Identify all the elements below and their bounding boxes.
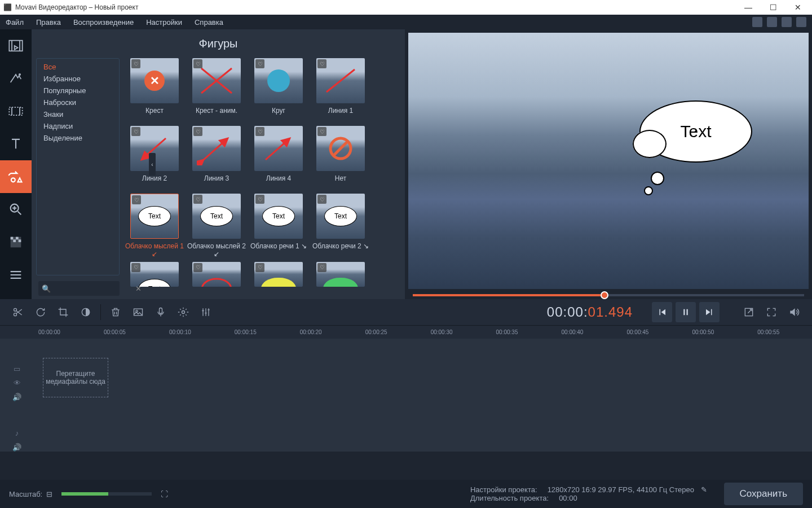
sidebar-more[interactable] bbox=[0, 259, 32, 291]
color-button[interactable] bbox=[76, 302, 96, 322]
ruler-tick: 00:00:55 bbox=[757, 329, 779, 335]
ruler-tick: 00:00:00 bbox=[38, 329, 60, 335]
share-ok-icon[interactable] bbox=[767, 17, 777, 27]
shape-label: Линия 4 bbox=[266, 174, 291, 190]
shape-item[interactable]: ♡TextОблачко мыслей 2 ↙ bbox=[187, 194, 246, 259]
media-drop-zone[interactable]: Перетащите медиафайлы сюда bbox=[43, 358, 108, 397]
shape-item[interactable]: ♡✕Крест bbox=[125, 58, 184, 122]
mic-button[interactable] bbox=[151, 302, 171, 322]
shape-item[interactable]: ♡Линия 3 bbox=[187, 126, 246, 190]
search-input[interactable] bbox=[51, 284, 135, 292]
visibility-icon[interactable]: 👁 bbox=[0, 379, 34, 387]
search-box[interactable]: 🔍 ✕ bbox=[38, 281, 120, 296]
edit-settings-icon[interactable]: ✎ bbox=[701, 485, 707, 494]
shape-item[interactable]: ♡TextОблачко речи 2 ↘ bbox=[311, 194, 370, 259]
favorite-icon[interactable]: ♡ bbox=[317, 127, 326, 136]
favorite-icon[interactable]: ♡ bbox=[131, 263, 140, 272]
shape-item[interactable]: ♡Нет bbox=[311, 126, 370, 190]
category-highlight[interactable]: Выделение bbox=[43, 132, 119, 144]
favorite-icon[interactable]: ♡ bbox=[255, 127, 264, 136]
sidebar-filters[interactable] bbox=[0, 62, 32, 95]
save-button[interactable]: Сохранить bbox=[724, 483, 803, 505]
cut-button[interactable] bbox=[8, 302, 28, 322]
menu-help[interactable]: Справка bbox=[195, 18, 223, 27]
video-preview[interactable]: Text bbox=[408, 33, 809, 289]
shape-item[interactable]: ♡Круг bbox=[249, 58, 308, 122]
sidebar-zoom[interactable] bbox=[0, 193, 32, 226]
menu-edit[interactable]: Правка bbox=[36, 18, 61, 27]
shape-item[interactable]: ♡ bbox=[249, 262, 308, 299]
minimize-button[interactable]: — bbox=[741, 3, 756, 12]
shape-item[interactable]: ♡TextОблачко мыслей 1 ↙ bbox=[125, 194, 184, 259]
favorite-icon[interactable]: ♡ bbox=[132, 195, 141, 204]
thought-bubble-overlay[interactable]: Text bbox=[639, 100, 764, 185]
favorite-icon[interactable]: ♡ bbox=[255, 59, 264, 68]
audio-track-icon[interactable]: 🔊 bbox=[0, 393, 34, 401]
detach-button[interactable] bbox=[739, 302, 759, 322]
favorite-icon[interactable]: ♡ bbox=[317, 195, 326, 204]
favorite-icon[interactable]: ♡ bbox=[317, 59, 326, 68]
share-vk-icon[interactable] bbox=[782, 17, 792, 27]
share-more-icon[interactable] bbox=[796, 17, 806, 27]
volume-button[interactable] bbox=[784, 302, 804, 322]
sidebar-transitions[interactable] bbox=[0, 95, 32, 128]
category-favorites[interactable]: Избранное bbox=[43, 73, 119, 85]
category-captions[interactable]: Надписи bbox=[43, 120, 119, 132]
rotate-button[interactable] bbox=[30, 302, 51, 322]
picture-button[interactable] bbox=[128, 302, 148, 322]
sidebar-shapes[interactable] bbox=[0, 160, 32, 193]
timeline-area[interactable]: ▭ 👁 🔊 ♪ 🔊 Перетащите медиафайлы сюда bbox=[0, 339, 812, 452]
collapse-chevron[interactable]: ‹ bbox=[149, 153, 156, 176]
prev-button[interactable] bbox=[652, 302, 672, 322]
shape-item[interactable]: ♡TextОблачко речи 1 ↘ bbox=[249, 194, 308, 259]
menu-playback[interactable]: Воспроизведение bbox=[73, 18, 134, 27]
fullscreen-button[interactable] bbox=[761, 302, 782, 322]
track-audio-icon[interactable]: 🔊 bbox=[0, 443, 34, 452]
clear-icon[interactable]: ✕ bbox=[135, 284, 142, 293]
favorite-icon[interactable]: ♡ bbox=[193, 127, 202, 136]
pause-button[interactable] bbox=[676, 302, 696, 322]
shape-item[interactable]: ♡Линия 4 bbox=[249, 126, 308, 190]
zoom-fit-button[interactable]: ⛶ bbox=[157, 484, 171, 504]
favorite-icon[interactable]: ♡ bbox=[317, 263, 326, 272]
menu-settings[interactable]: Настройки bbox=[146, 18, 182, 27]
maximize-button[interactable]: ☐ bbox=[766, 3, 780, 12]
favorite-icon[interactable]: ♡ bbox=[131, 127, 140, 136]
category-sketches[interactable]: Наброски bbox=[43, 97, 119, 108]
ruler-tick: 00:00:30 bbox=[431, 329, 453, 335]
sidebar-titles[interactable] bbox=[0, 128, 32, 160]
sidebar-chroma[interactable] bbox=[0, 226, 32, 259]
zoom-out-button[interactable]: ⊟ bbox=[42, 484, 56, 504]
shape-label: Линия 1 bbox=[328, 107, 353, 122]
shape-item[interactable]: ♡Линия 1 bbox=[311, 58, 370, 122]
menu-file[interactable]: Файл bbox=[6, 18, 24, 27]
ruler-tick: 00:00:45 bbox=[626, 329, 648, 335]
shape-item[interactable]: ♡ bbox=[187, 262, 246, 299]
music-track-icon[interactable]: ♪ bbox=[0, 429, 34, 437]
next-button[interactable] bbox=[699, 302, 720, 322]
favorite-icon[interactable]: ♡ bbox=[193, 195, 202, 204]
sidebar-media[interactable] bbox=[0, 29, 32, 62]
share-youtube-icon[interactable] bbox=[752, 17, 762, 27]
favorite-icon[interactable]: ♡ bbox=[255, 263, 264, 272]
category-signs[interactable]: Знаки bbox=[43, 108, 119, 120]
favorite-icon[interactable]: ♡ bbox=[255, 195, 264, 204]
video-track-icon[interactable]: ▭ bbox=[0, 365, 34, 373]
shape-item[interactable]: ♡Крест - аним. bbox=[187, 58, 246, 122]
timeline-ruler[interactable]: 00:00:0000:00:0500:00:1000:00:1500:00:20… bbox=[0, 325, 812, 339]
favorite-icon[interactable]: ♡ bbox=[193, 59, 202, 68]
close-button[interactable]: ✕ bbox=[791, 3, 805, 12]
equalizer-button[interactable] bbox=[196, 302, 216, 322]
shape-item[interactable]: ♡Text bbox=[125, 262, 184, 299]
delete-button[interactable] bbox=[105, 302, 126, 322]
category-all[interactable]: Все bbox=[43, 61, 119, 73]
favorite-icon[interactable]: ♡ bbox=[131, 59, 140, 68]
crop-button[interactable] bbox=[53, 302, 73, 322]
preview-scrubber[interactable] bbox=[408, 289, 809, 299]
settings-button[interactable] bbox=[173, 302, 193, 322]
favorite-icon[interactable]: ♡ bbox=[193, 263, 202, 272]
status-bar: Масштаб: ⊟ ⛶ Настройки проекта: 1280x720… bbox=[0, 480, 812, 508]
zoom-slider[interactable] bbox=[61, 492, 152, 496]
shape-item[interactable]: ♡ bbox=[311, 262, 370, 299]
category-popular[interactable]: Популярные bbox=[43, 85, 119, 97]
